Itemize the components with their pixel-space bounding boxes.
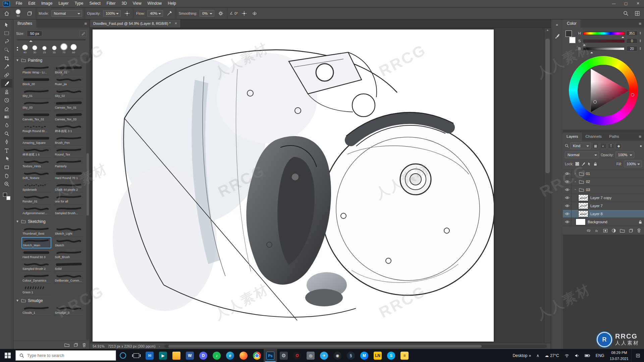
- hue-marker[interactable]: [631, 93, 634, 97]
- tab-channels[interactable]: Channels: [582, 132, 606, 141]
- menu-select[interactable]: Select: [86, 0, 103, 7]
- dodge-tool[interactable]: [1, 129, 12, 138]
- brush-group-sketching[interactable]: ▼ Sketching: [13, 218, 86, 225]
- menu-image[interactable]: Image: [38, 0, 55, 7]
- document-tab[interactable]: Doodles_Fast.psd @ 54.9% (Layer 8, RGB/8…: [90, 19, 181, 27]
- search-input[interactable]: [27, 353, 104, 358]
- stepper-icon[interactable]: [639, 47, 641, 50]
- taskbar-app-photos[interactable]: ▶: [156, 349, 170, 362]
- brush-preset-item[interactable]: Soft_Brush: [54, 249, 84, 260]
- gradient-tool[interactable]: [1, 113, 12, 121]
- panel-menu-icon[interactable]: ≡: [636, 19, 644, 28]
- tab-layers[interactable]: Layers: [563, 132, 582, 141]
- taskbar-app-mail[interactable]: ✉: [143, 349, 156, 362]
- brush-preset-item[interactable]: Canvas_Tex_02: [21, 111, 51, 122]
- start-button[interactable]: [0, 349, 15, 362]
- recent-dot-brushes[interactable]: [15, 47, 19, 54]
- pasteboard[interactable]: [90, 28, 544, 343]
- filter-pixel-layers-icon[interactable]: ▦: [592, 143, 599, 149]
- brightness-slider[interactable]: [583, 47, 625, 50]
- brush-tool[interactable]: [1, 79, 12, 87]
- brushes-scrollbar[interactable]: [86, 57, 89, 340]
- new-brush-icon[interactable]: [73, 343, 78, 347]
- eraser-tool[interactable]: [1, 104, 12, 113]
- taskbar-app-photoshop[interactable]: Ps: [264, 349, 277, 362]
- taskbar-app-camera[interactable]: ◎: [304, 349, 317, 362]
- lock-pixels-icon[interactable]: [581, 162, 585, 166]
- taskbar-app-discord[interactable]: D: [197, 349, 210, 362]
- visibility-eye-icon[interactable]: [563, 202, 572, 209]
- brush-preset-item[interactable]: Canvas_Tex_03: [54, 111, 84, 122]
- brush-preset-item[interactable]: Solid: [54, 260, 84, 272]
- minimize-button[interactable]: —: [608, 0, 620, 7]
- brush-size-preset[interactable]: 60: [69, 44, 78, 54]
- filter-adjustment-layers-icon[interactable]: ◐: [600, 143, 606, 149]
- brush-group-smudge[interactable]: ▼ Smudge: [13, 297, 86, 304]
- new-group-icon[interactable]: [620, 229, 625, 233]
- brush-preset-item[interactable]: Canvas_Tex_01: [54, 99, 84, 111]
- brush-size-preset[interactable]: 35: [50, 46, 58, 54]
- pressure-opacity-icon[interactable]: [123, 9, 131, 17]
- expand-chevron-icon[interactable]: ›: [574, 172, 577, 175]
- scrollbar-thumb[interactable]: [168, 345, 482, 348]
- scroll-up-icon[interactable]: ▲: [544, 28, 551, 33]
- brush-preset-item[interactable]: Brush_Pen: [54, 134, 84, 146]
- link-layers-icon[interactable]: [586, 228, 591, 233]
- path-selection-tool[interactable]: [1, 155, 12, 163]
- brush-angle-control[interactable]: ∠ 0°: [230, 11, 238, 15]
- brush-size-preset[interactable]: 25: [40, 46, 49, 54]
- sv-triangle[interactable]: [569, 56, 638, 125]
- healing-brush-tool[interactable]: [1, 71, 12, 79]
- foreground-background-swatches[interactable]: [3, 193, 10, 200]
- brush-preset-item[interactable]: Round_Tex: [54, 146, 84, 158]
- close-button[interactable]: ✕: [632, 0, 644, 7]
- filter-type-layers-icon[interactable]: T: [608, 143, 614, 149]
- brush-settings-panel-icon[interactable]: [553, 32, 561, 40]
- taskbar-app-telegram[interactable]: ✈: [317, 349, 331, 362]
- brush-preset-item[interactable]: Amazing_Square: [21, 134, 51, 146]
- brush-preset-item[interactable]: Plastic Wrap - Li...: [21, 64, 51, 75]
- cortana-button[interactable]: [116, 349, 129, 362]
- filter-shape-layers-icon[interactable]: ◆: [615, 143, 622, 149]
- lock-all-icon[interactable]: [593, 162, 597, 166]
- stepper-icon[interactable]: [639, 39, 641, 43]
- brush-preset-picker[interactable]: 50: [13, 9, 23, 17]
- lock-position-icon[interactable]: [587, 162, 591, 166]
- brush-size-value[interactable]: 50 px: [27, 31, 42, 37]
- menu-help[interactable]: Help: [165, 0, 179, 7]
- taskbar-search[interactable]: [15, 350, 116, 361]
- brush-preset-item[interactable]: Block_00: [21, 76, 51, 87]
- close-document-icon[interactable]: ×: [175, 21, 177, 26]
- brush-preset-item[interactable]: Aufgenommener...: [21, 205, 51, 216]
- status-chevron-icon[interactable]: ›: [159, 344, 160, 348]
- language-indicator[interactable]: ENG: [593, 349, 607, 362]
- brush-preset-item[interactable]: Painterly: [54, 158, 84, 169]
- delete-layer-icon[interactable]: [637, 228, 641, 233]
- add-mask-icon[interactable]: [603, 228, 608, 233]
- brush-preset-item[interactable]: Sampled Brush 2: [21, 260, 51, 272]
- taskbar-app-settings[interactable]: ⚙: [277, 349, 290, 362]
- visibility-eye-icon[interactable]: [563, 218, 572, 226]
- brush-preset-item[interactable]: Clouds_1: [21, 304, 51, 316]
- layer-thumbnail[interactable]: [578, 202, 588, 209]
- shape-tool[interactable]: [1, 163, 12, 171]
- pen-tool[interactable]: [1, 138, 12, 146]
- taskbar-app-obs-studio[interactable]: ◉: [331, 349, 344, 362]
- visibility-eye-icon[interactable]: [563, 170, 572, 177]
- canvas-vertical-scrollbar[interactable]: ▲: [544, 28, 551, 343]
- volume-icon[interactable]: [572, 349, 582, 362]
- taskbar-app-messenger[interactable]: M: [358, 349, 371, 362]
- scrollbar-thumb[interactable]: [87, 153, 89, 216]
- brush-preset-item[interactable]: Grass 1: [21, 284, 51, 295]
- brush-edit-icon[interactable]: [79, 30, 87, 37]
- hue-slider[interactable]: [583, 32, 625, 35]
- quick-selection-tool[interactable]: [1, 46, 12, 54]
- layer-row-group-03[interactable]: › 03: [563, 186, 644, 194]
- menu-layer[interactable]: Layer: [55, 0, 71, 7]
- brush-preset-item[interactable]: Block_01: [54, 64, 84, 75]
- layer-row-group-01[interactable]: › 01: [563, 170, 644, 178]
- menu-file[interactable]: File: [13, 0, 25, 7]
- brush-size-slider[interactable]: [17, 38, 86, 42]
- canvas-artboard[interactable]: [93, 29, 494, 342]
- layer-thumbnail[interactable]: [578, 210, 588, 217]
